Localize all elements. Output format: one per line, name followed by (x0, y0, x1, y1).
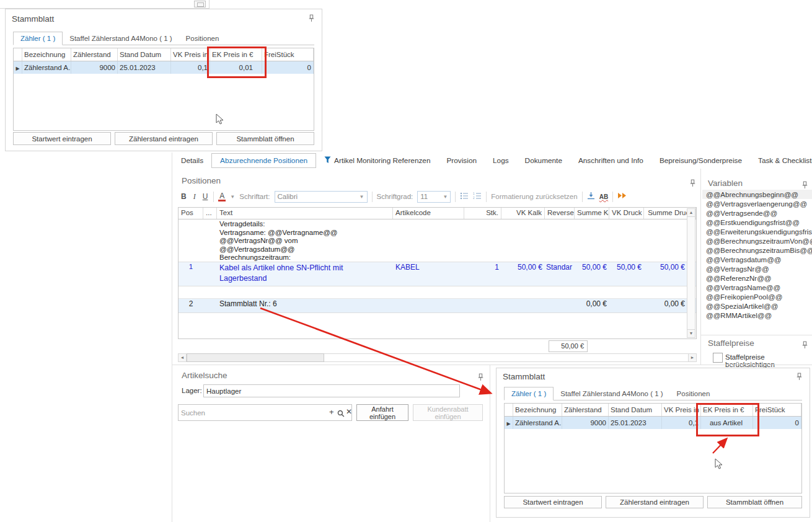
bullet-list-icon[interactable] (460, 192, 469, 201)
double-arrow-icon[interactable] (617, 192, 628, 201)
pin-icon[interactable] (801, 180, 809, 188)
col-ek-preis[interactable]: EK Preis in € (701, 404, 753, 416)
tab-artikel-monitoring-referenzen[interactable]: Artikel Monitoring Referenzen (316, 154, 438, 168)
stammblatt-oeffnen-button[interactable]: Stammblatt öffnen (216, 132, 314, 145)
scroll-left-arrow[interactable]: ◄ (178, 353, 187, 362)
scroll-up-arrow[interactable]: ▲ (687, 208, 695, 217)
italic-button[interactable]: I (192, 192, 197, 201)
font-size-combobox[interactable]: 11▼ (417, 191, 451, 203)
spellcheck-ab-icon[interactable]: AB (599, 193, 608, 200)
variable-item[interactable]: @@SpezialArtikel@@ (702, 301, 812, 311)
tab-abzurechnende-positionen[interactable]: Abzurechnende Positionen (211, 153, 316, 168)
col-summe-kalk[interactable]: Summe Kalk (575, 208, 609, 219)
variable-item[interactable]: @@Abrechnungsbeginn@@ (702, 190, 812, 199)
col-bezeichnung[interactable]: Bezeichnung (513, 404, 562, 416)
tab-dokumente[interactable]: Dokumente (517, 154, 570, 167)
staffelpreise-checkbox-label[interactable]: Staffelpreise berücksichtigen (725, 353, 812, 368)
variable-item[interactable]: @@BerechnungszeitraumBis@@ (702, 246, 812, 255)
tab-zaehler[interactable]: Zähler ( 1 ) (504, 387, 554, 400)
main-left-divider (172, 153, 172, 522)
cell-zaehlerstand: 9000 (562, 417, 609, 429)
col-vk-preis[interactable]: VK Preis in € (662, 404, 701, 416)
stammblatt-oeffnen-button[interactable]: Stammblatt öffnen (707, 496, 802, 508)
col-stand-datum[interactable]: Stand Datum (609, 404, 662, 416)
add-icon[interactable]: + (329, 407, 334, 417)
table-row[interactable]: ▶ Zählerstand A... 9000 25.01.2023 0,1 0… (14, 61, 314, 74)
pin-icon[interactable] (801, 340, 809, 348)
col-vk-kalk[interactable]: VK Kalk (501, 208, 545, 219)
lager-input[interactable] (203, 384, 460, 397)
tab-details[interactable]: Details (173, 154, 211, 167)
col-freistueck[interactable]: FreiStück (262, 48, 314, 61)
cell-summe-kalk: 0,00 € (575, 299, 609, 312)
col-stk[interactable]: Stk. (464, 208, 501, 219)
pin-icon[interactable] (308, 14, 316, 22)
tab-positionen[interactable]: Positionen (179, 32, 226, 45)
position-row-1[interactable]: 1 Kabel als Artikel ohne SN-Pflicht mit … (179, 262, 696, 286)
variable-item[interactable]: @@VertragsName@@ (702, 283, 812, 292)
col-bezeichnung[interactable]: Bezeichnung (22, 48, 71, 61)
tab-bepreisung-sonderpreise[interactable]: Bepreisung/Sonderpreise (651, 154, 750, 167)
variable-item[interactable]: @@Vertragsdatum@@ (702, 255, 812, 264)
col-text[interactable]: Text (217, 208, 393, 219)
col-artikelcode[interactable]: Artikelcode (393, 208, 464, 219)
variable-item[interactable]: @@Vertragsende@@ (702, 208, 812, 218)
underline-button[interactable]: U (201, 192, 210, 201)
tab-staffel-zaehlerstand[interactable]: Staffel Zählerstand A4Mono ( 1 ) (63, 32, 179, 45)
variable-item[interactable]: @@FreikopienPool@@ (702, 292, 812, 301)
scroll-right-arrow[interactable]: ► (688, 353, 697, 362)
pin-icon[interactable] (689, 179, 697, 187)
zaehlerstand-eintragen-button[interactable]: Zählerstand eintragen (115, 132, 213, 145)
pin-icon[interactable] (796, 372, 803, 380)
scroll-down-arrow[interactable]: ▼ (687, 329, 695, 338)
artikelsuche-right-divider (490, 365, 490, 522)
numbered-list-icon[interactable]: 12 (473, 192, 482, 201)
zaehlerstand-eintragen-button[interactable]: Zählerstand eintragen (606, 496, 704, 508)
bold-button[interactable]: B (180, 192, 188, 201)
col-vk-preis[interactable]: VK Preis in € (171, 48, 210, 61)
col-reverse[interactable]: Reverse... (545, 208, 575, 219)
tab-zaehler[interactable]: Zähler ( 1 ) (13, 32, 63, 45)
col-freistueck[interactable]: FreiStück (753, 404, 801, 416)
reset-formatting-button[interactable]: Formatierung zurücksetzen (491, 193, 577, 200)
kundenrabatt-einfuegen-button[interactable]: Kundenrabatt einfügen (413, 404, 483, 421)
tab-task-checklisten[interactable]: Task & Checklisten (750, 154, 812, 167)
merge-down-icon[interactable] (587, 192, 595, 201)
variable-item[interactable]: @@Erstkuendigungsfrist@@ (702, 218, 812, 227)
pin-icon[interactable] (477, 373, 485, 381)
vertical-scrollbar[interactable] (687, 208, 695, 338)
clear-icon[interactable]: ✕ (346, 407, 352, 416)
variable-item[interactable]: @@ReferenzNr@@ (702, 273, 812, 283)
tab-logs[interactable]: Logs (485, 154, 517, 167)
col-pos[interactable]: Pos (179, 208, 203, 219)
variable-item[interactable]: @@Erweiterungskuendigungsfrist@@ (702, 227, 812, 236)
top-cropped-button[interactable] (194, 1, 206, 7)
variable-item[interactable]: @@BerechnungszeitraumVon@@ (702, 236, 812, 246)
tab-positionen[interactable]: Positionen (670, 387, 717, 400)
col-vk-druck[interactable]: VK Druck (609, 208, 644, 219)
tab-provision[interactable]: Provision (438, 154, 485, 167)
variable-item[interactable]: @@Vertragsverlaengerung@@ (702, 199, 812, 208)
startwert-eintragen-button[interactable]: Startwert eintragen (13, 132, 111, 145)
startwert-eintragen-button[interactable]: Startwert eintragen (504, 496, 602, 508)
font-color-button[interactable]: A (218, 192, 226, 201)
position-row-2[interactable]: 2 Stammblatt Nr.: 6 0,00 € 0,00 € (179, 299, 696, 313)
col-stand-datum[interactable]: Stand Datum (118, 48, 171, 61)
table-row[interactable]: ▶ Zählerstand A... 9000 25.01.2023 0,1 a… (505, 417, 801, 429)
search-icon[interactable] (337, 409, 345, 420)
col-band[interactable]: ... (203, 208, 217, 219)
font-color-caret[interactable]: ▼ (230, 194, 235, 200)
tab-anschriften-und-info[interactable]: Anschriften und Info (570, 154, 651, 167)
col-zaehlerstand[interactable]: Zählerstand (71, 48, 118, 61)
artikel-search-input[interactable] (178, 404, 352, 421)
col-ek-preis[interactable]: EK Preis in € (210, 48, 262, 61)
template-row[interactable]: Vertragdetails: Vertragsname: @@Vertragn… (179, 219, 696, 262)
variable-item[interactable]: @@VertragsNr@@ (702, 264, 812, 273)
font-name-combobox[interactable]: Calibri▼ (275, 191, 368, 203)
staffelpreise-checkbox[interactable] (713, 353, 723, 363)
anfahrt-einfuegen-button[interactable]: Anfahrt einfügen (356, 404, 408, 421)
col-zaehlerstand[interactable]: Zählerstand (562, 404, 609, 416)
tab-staffel-zaehlerstand[interactable]: Staffel Zählerstand A4Mono ( 1 ) (554, 387, 669, 400)
scrollbar-thumb[interactable] (187, 353, 324, 362)
variable-item[interactable]: @@RMMArtikel@@ (702, 311, 812, 320)
